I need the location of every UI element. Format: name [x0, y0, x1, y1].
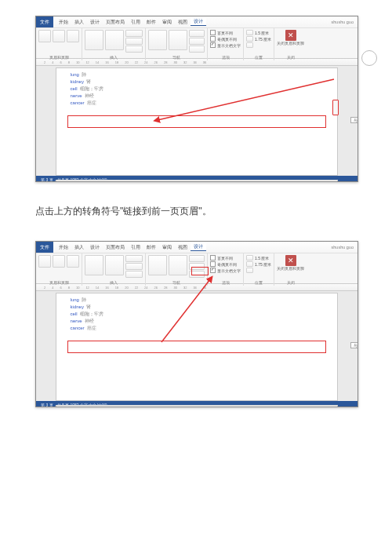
- tab-insert[interactable]: 插入: [71, 244, 87, 251]
- tab-home[interactable]: 开始: [56, 19, 71, 26]
- next-button[interactable]: [189, 38, 205, 45]
- group-header-footer: 页眉和页脚: [36, 28, 82, 60]
- document-page: lung肺 kidney肾 cell细胞；牢房 nerve神经 cancer癌症…: [56, 67, 339, 176]
- prev-button[interactable]: [189, 30, 205, 37]
- quick-parts-button[interactable]: [125, 30, 143, 37]
- goto-footer-button[interactable]: [169, 255, 187, 275]
- footer-button[interactable]: [53, 30, 65, 42]
- highlight-link-previous: [191, 267, 209, 275]
- tab-design[interactable]: 设计: [87, 244, 103, 251]
- tab-ref[interactable]: 引用: [128, 19, 143, 26]
- header-button[interactable]: [38, 255, 51, 268]
- tab-hf-design[interactable]: 设计: [191, 243, 206, 251]
- highlight-scrollbar: [332, 100, 339, 115]
- user-name: shushu guo: [332, 20, 358, 24]
- highlight-header-area: [67, 341, 327, 353]
- close-hf-button[interactable]: ✕: [285, 30, 296, 41]
- header-button[interactable]: [38, 30, 51, 42]
- screenshot-2: 文件 开始 插入 设计 页面布局 引用 邮件 审阅 视图 设计 shushu g…: [35, 241, 357, 407]
- footer-button[interactable]: [53, 255, 65, 268]
- checkbox-show-doc-text[interactable]: [210, 42, 216, 48]
- date-time-button[interactable]: [85, 255, 103, 275]
- checkbox-diff-first[interactable]: [210, 30, 216, 35]
- picture-button[interactable]: [125, 38, 143, 45]
- same-as-previous-tag: 与上一节相同: [350, 117, 358, 123]
- tab-ref[interactable]: 引用: [128, 244, 143, 251]
- goto-header-button[interactable]: [148, 30, 167, 50]
- ribbon: 文件 开始 插入 设计 页面布局 引用 邮件 审阅 视图 设计 shushu g…: [36, 16, 358, 59]
- tab-layout[interactable]: 页面布局: [103, 19, 128, 26]
- doc-info-button[interactable]: [105, 30, 124, 50]
- group-insert: 插入: [82, 28, 146, 60]
- footer-pos-spin[interactable]: [246, 36, 253, 42]
- date-time-button[interactable]: [85, 30, 103, 50]
- group-options: 首页不同 奇偶页不同 显示文档文字 选项: [208, 28, 244, 60]
- tab-layout[interactable]: 页面布局: [103, 244, 128, 251]
- page-number-button[interactable]: [67, 30, 79, 42]
- user-name: shushu guo: [332, 245, 358, 250]
- group-position: 1.5 厘米 1.75 厘米 位置: [244, 28, 274, 60]
- tab-mail[interactable]: 邮件: [143, 19, 159, 26]
- highlight-header-area: [67, 115, 327, 128]
- goto-header-button[interactable]: [148, 255, 167, 275]
- page-number-button[interactable]: [67, 255, 79, 268]
- align-tab-button[interactable]: [246, 42, 253, 48]
- goto-footer-button[interactable]: [169, 30, 187, 50]
- group-navigation: 导航: [146, 28, 208, 60]
- close-hf-button[interactable]: ✕: [285, 255, 296, 266]
- tab-mail[interactable]: 邮件: [143, 244, 159, 251]
- screenshot-1: 文件 开始 插入 设计 页面布局 引用 邮件 审阅 视图 设计 shushu g…: [35, 16, 357, 182]
- tab-insert[interactable]: 插入: [71, 19, 87, 26]
- tab-review[interactable]: 审阅: [159, 244, 175, 251]
- tab-file[interactable]: 文件: [36, 16, 53, 27]
- tab-home[interactable]: 开始: [56, 244, 71, 251]
- tab-design[interactable]: 设计: [87, 19, 103, 26]
- tab-view[interactable]: 视图: [175, 244, 191, 251]
- group-close: ✕ 关闭页眉和页脚 关闭: [274, 28, 307, 60]
- header-pos-spin[interactable]: [246, 30, 253, 35]
- checkbox-diff-odd-even[interactable]: [210, 36, 216, 42]
- tab-hf-design[interactable]: 设计: [191, 18, 206, 26]
- tab-view[interactable]: 视图: [175, 19, 191, 26]
- tab-file[interactable]: 文件: [36, 242, 53, 253]
- thumb-indicator: [361, 50, 377, 66]
- tab-review[interactable]: 审阅: [159, 19, 175, 26]
- online-picture-button[interactable]: [125, 46, 143, 53]
- doc-info-button[interactable]: [105, 255, 124, 275]
- link-previous-button[interactable]: [189, 46, 205, 53]
- instruction-text: 点击上方的转角符号"链接到前一页页眉"。: [35, 204, 357, 219]
